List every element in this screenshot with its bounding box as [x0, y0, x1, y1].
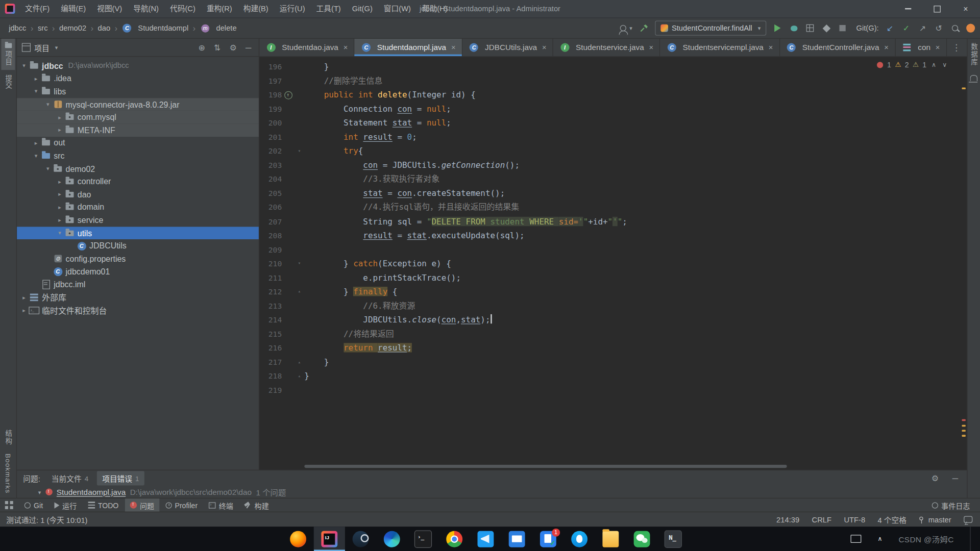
menu-H[interactable]: 帮助(H) — [416, 0, 453, 17]
tree-item-domain[interactable]: ▸domain — [17, 201, 259, 214]
toolwindow-运行[interactable]: 运行 — [49, 498, 82, 512]
breadcrumb-jdbcc[interactable]: jdbcc — [9, 24, 26, 33]
inspections-widget[interactable]: 1 ⚠ 2 ⚠ 1 ∧ ∨ — [877, 61, 948, 69]
problem-row[interactable]: ▾ Studentdaompl.java D:\java\work\jdbcc\… — [17, 486, 967, 498]
code-line-219[interactable]: 219 — [259, 383, 967, 397]
tab-close-icon[interactable]: × — [649, 43, 653, 52]
caret-position[interactable]: 214:39 — [776, 515, 799, 524]
code-line-207[interactable]: 207 String sql = "DELETE FROM student WH… — [259, 215, 967, 229]
code-line-201[interactable]: 201 int result = 0; — [259, 130, 967, 144]
toolwindow-Profiler[interactable]: Profiler — [160, 498, 203, 512]
tree-item-dao[interactable]: ▸dao — [17, 188, 259, 201]
tree-expand-icon[interactable]: ▸ — [31, 140, 40, 146]
fold-marker-icon[interactable]: ▴ — [295, 285, 305, 299]
tree-item-jdbcc[interactable]: ▾jdbccD:\java\work\jdbcc — [17, 59, 259, 72]
code-line-214[interactable]: 214 JDBCUtils.close(con,stat); — [259, 313, 967, 327]
error-stripe-mark[interactable] — [962, 87, 965, 89]
search-icon[interactable] — [950, 22, 960, 34]
problems-tab-项目错误[interactable]: 项目错误1 — [97, 471, 144, 485]
tree-item-jdbcc.iml[interactable]: jdbcc.iml — [17, 278, 259, 291]
fold-marker-icon[interactable]: ▴ — [295, 369, 305, 384]
taskbar-app-firefox[interactable] — [282, 527, 313, 551]
tree-item-com.mysql[interactable]: ▸com.mysql — [17, 111, 259, 123]
profiler-icon[interactable] — [821, 22, 831, 34]
line-separator[interactable]: CRLF — [812, 515, 831, 524]
indent-setting[interactable]: 4 个空格 — [878, 514, 906, 525]
profile-avatar[interactable] — [966, 24, 975, 33]
problems-settings-icon[interactable]: ⚙ — [927, 473, 942, 483]
run-button[interactable] — [772, 22, 782, 34]
code-line-216[interactable]: 216 return result; — [259, 341, 967, 356]
breadcrumb-studentdaompl[interactable]: Studentdaompl — [122, 23, 189, 33]
tree-expand-icon[interactable]: ▸ — [19, 294, 29, 300]
tree-item-demo02[interactable]: ▾demo02 — [17, 162, 259, 175]
tree-expand-icon[interactable]: ▾ — [31, 88, 40, 94]
tab-Studentservice.java[interactable]: Studentservice.java× — [553, 39, 660, 56]
history-icon[interactable]: ↺ — [934, 22, 944, 34]
code-area[interactable]: 196 }197 //删除学生信息198↑ public int delete(… — [259, 57, 967, 397]
tree-item-out[interactable]: ▸out — [17, 137, 259, 149]
code-line-203[interactable]: 203 con = JDBCUtils.getConnection(); — [259, 158, 967, 172]
taskbar-app-vscode[interactable] — [470, 527, 501, 551]
taskbar-app-mail[interactable] — [501, 527, 532, 551]
code-line-200[interactable]: 200 Statement stat = null; — [259, 116, 967, 131]
breadcrumb-dao[interactable]: dao — [98, 24, 111, 33]
tree-item-META-INF[interactable]: ▸META-INF — [17, 123, 259, 136]
code-line-208[interactable]: 208 result = stat.executeUpdate(sql); — [259, 229, 967, 243]
breadcrumb-demo02[interactable]: demo02 — [59, 24, 86, 33]
user-icon[interactable]: ▾ — [620, 22, 632, 34]
taskbar-app-meeting[interactable]: 1 — [532, 527, 564, 551]
git-push-icon[interactable]: ↗ — [918, 22, 928, 34]
tree-item--[interactable]: ▸临时文件和控制台 — [17, 304, 259, 316]
breadcrumb-delete[interactable]: delete — [200, 23, 237, 33]
tree-expand-icon[interactable]: ▸ — [55, 217, 64, 223]
horizontal-scrollbar[interactable] — [304, 465, 787, 468]
fold-marker-icon[interactable]: ▾ — [295, 257, 305, 271]
taskbar-app-tim[interactable] — [564, 527, 595, 551]
tree-item-jdbcdemo01[interactable]: jdbcdemo01 — [17, 265, 259, 278]
git-branch[interactable]: master — [919, 515, 951, 524]
tab-close-icon[interactable]: × — [936, 43, 940, 52]
tab-close-icon[interactable]: × — [884, 43, 889, 52]
tree-item-libs[interactable]: ▾libs — [17, 85, 259, 98]
tab-close-icon[interactable]: × — [542, 43, 547, 52]
code-line-206[interactable]: 206 //4.执行sql语句，并且接收返回的结果集 — [259, 201, 967, 215]
tree-expand-icon[interactable]: ▾ — [55, 230, 64, 236]
build-hammer-icon[interactable] — [639, 22, 649, 34]
toolwindow-eventlog[interactable]: 事件日志 — [927, 498, 975, 512]
problems-tab-当前文件[interactable]: 当前文件4 — [46, 471, 93, 485]
toolwindow-构建[interactable]: 构建 — [239, 498, 274, 512]
code-line-217[interactable]: 217▴ } — [259, 355, 967, 369]
code-line-197[interactable]: 197 //删除学生信息 — [259, 74, 967, 88]
git-commit-icon[interactable]: ✓ — [901, 22, 912, 34]
menu-U[interactable]: 运行(U) — [274, 0, 311, 17]
toolwindow-TODO[interactable]: TODO — [83, 498, 124, 512]
chevron-down-icon[interactable]: ▾ — [55, 44, 58, 51]
debug-icon[interactable] — [789, 22, 799, 34]
tab-JDBCUtils.java[interactable]: JDBCUtils.java× — [462, 39, 553, 56]
prev-problem-icon[interactable]: ∧ — [930, 61, 937, 68]
code-line-215[interactable]: 215 //将结果返回 — [259, 327, 967, 341]
notifications-icon[interactable] — [970, 75, 977, 81]
taskbar-app-explorer[interactable] — [595, 527, 626, 551]
close-button[interactable]: × — [951, 0, 980, 17]
git-update-icon[interactable]: ↙ — [885, 22, 895, 34]
tool-button-commit[interactable]: 提交 — [1, 70, 15, 94]
menu-R[interactable]: 重构(R) — [201, 0, 238, 17]
tray-expand-icon[interactable]: ∧ — [878, 535, 883, 542]
tree-expand-icon[interactable]: ▸ — [19, 307, 29, 313]
code-line-212[interactable]: 212▴ } finally { — [259, 285, 967, 299]
menu-GitG[interactable]: Git(G) — [347, 0, 378, 17]
problems-hide-icon[interactable]: ─ — [949, 473, 962, 483]
notifications-bubble-icon[interactable] — [964, 516, 972, 522]
next-problem-icon[interactable]: ∨ — [941, 61, 948, 68]
tab-close-icon[interactable]: × — [344, 43, 348, 52]
tree-item-.idea[interactable]: ▸.idea — [17, 72, 259, 85]
restore-button[interactable] — [922, 0, 951, 17]
toolwindow-Git[interactable]: Git — [19, 498, 48, 512]
tree-expand-icon[interactable]: ▸ — [55, 204, 64, 210]
tree-item-service[interactable]: ▸service — [17, 214, 259, 227]
file-encoding[interactable]: UTF-8 — [844, 515, 865, 524]
breadcrumb-src[interactable]: src — [38, 24, 48, 33]
menu-N[interactable]: 导航(N) — [128, 0, 164, 17]
